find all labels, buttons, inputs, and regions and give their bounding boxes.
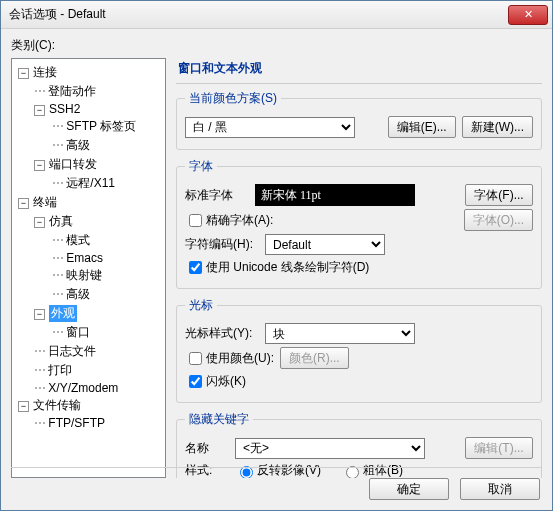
dialog-window: 会话选项 - Default ✕ 类别(C): −连接 ⋯ 登陆动作 −SSH2… bbox=[0, 0, 553, 511]
tree-node[interactable]: ⋯ 高级 bbox=[12, 285, 165, 304]
blink-checkbox[interactable] bbox=[189, 375, 202, 388]
tree-node[interactable]: ⋯ Emacs bbox=[12, 250, 165, 266]
blink-label: 闪烁(K) bbox=[206, 373, 246, 390]
group-legend: 隐藏关键字 bbox=[185, 411, 253, 428]
name-label: 名称 bbox=[185, 440, 235, 457]
cursor-style-select[interactable]: 块 bbox=[265, 323, 415, 344]
tree-node[interactable]: ⋯ FTP/SFTP bbox=[12, 415, 165, 431]
use-color-checkbox[interactable] bbox=[189, 352, 202, 365]
font-button[interactable]: 字体(F)... bbox=[465, 184, 533, 206]
cancel-button[interactable]: 取消 bbox=[460, 478, 540, 500]
tree-node[interactable]: ⋯ 高级 bbox=[12, 136, 165, 155]
use-color-label: 使用颜色(U): bbox=[206, 350, 274, 367]
name-select[interactable]: <无> bbox=[235, 438, 425, 459]
narrow-font-label: 精确字体(A): bbox=[206, 212, 273, 229]
tree-node[interactable]: ⋯ 日志文件 bbox=[12, 342, 165, 361]
category-label: 类别(C): bbox=[11, 37, 542, 54]
tree-node[interactable]: ⋯ 映射键 bbox=[12, 266, 165, 285]
standard-font-label: 标准字体 bbox=[185, 187, 255, 204]
tree-node[interactable]: ⋯ SFTP 标签页 bbox=[12, 117, 165, 136]
tree-node[interactable]: −SSH2 bbox=[12, 101, 165, 117]
cursor-style-label: 光标样式(Y): bbox=[185, 325, 265, 342]
font-group: 字体 标准字体 新宋体 11pt 字体(F)... 精确字体(A): 字体(O)… bbox=[176, 158, 542, 289]
cursor-color-button: 颜色(R)... bbox=[280, 347, 349, 369]
section-title: 窗口和文本外观 bbox=[176, 58, 542, 84]
separator bbox=[11, 467, 542, 468]
tree-node[interactable]: ⋯ 远程/X11 bbox=[12, 174, 165, 193]
group-legend: 字体 bbox=[185, 158, 217, 175]
tree-node[interactable]: −仿真 bbox=[12, 212, 165, 231]
tree-node[interactable]: ⋯ 窗口 bbox=[12, 323, 165, 342]
settings-panel: 窗口和文本外观 当前颜色方案(S) 白 / 黑 编辑(E)... 新建(W)..… bbox=[166, 58, 542, 478]
tree-node[interactable]: −连接 bbox=[12, 63, 165, 82]
reverse-radio-label[interactable]: 反转影像(V) bbox=[235, 462, 321, 478]
tree-node[interactable]: ⋯ 打印 bbox=[12, 361, 165, 380]
ok-button[interactable]: 确定 bbox=[369, 478, 449, 500]
color-scheme-group: 当前颜色方案(S) 白 / 黑 编辑(E)... 新建(W)... bbox=[176, 90, 542, 150]
group-legend: 光标 bbox=[185, 297, 217, 314]
edit-keywords-button: 编辑(T)... bbox=[465, 437, 533, 459]
dialog-footer: 确定 取消 bbox=[361, 478, 540, 500]
color-scheme-select[interactable]: 白 / 黑 bbox=[185, 117, 355, 138]
encoding-label: 字符编码(H): bbox=[185, 236, 265, 253]
close-button[interactable]: ✕ bbox=[508, 5, 548, 25]
bold-radio-label[interactable]: 粗体(B) bbox=[341, 462, 403, 478]
encoding-select[interactable]: Default bbox=[265, 234, 385, 255]
unicode-lines-checkbox[interactable] bbox=[189, 261, 202, 274]
unicode-lines-label: 使用 Unicode 线条绘制字符(D) bbox=[206, 259, 369, 276]
tree-node[interactable]: ⋯ 登陆动作 bbox=[12, 82, 165, 101]
window-title: 会话选项 - Default bbox=[9, 6, 508, 23]
tree-node[interactable]: ⋯ 模式 bbox=[12, 231, 165, 250]
tree-node[interactable]: −终端 bbox=[12, 193, 165, 212]
tree-node[interactable]: −文件传输 bbox=[12, 396, 165, 415]
group-legend: 当前颜色方案(S) bbox=[185, 90, 281, 107]
cursor-group: 光标 光标样式(Y): 块 使用颜色(U): 颜色(R)... 闪烁(K) bbox=[176, 297, 542, 403]
tree-node-selected[interactable]: −外观 bbox=[12, 304, 165, 323]
style-label: 样式: bbox=[185, 462, 235, 478]
narrow-font-checkbox[interactable] bbox=[189, 214, 202, 227]
edit-color-button[interactable]: 编辑(E)... bbox=[388, 116, 456, 138]
font-display: 新宋体 11pt bbox=[255, 184, 415, 206]
titlebar: 会话选项 - Default ✕ bbox=[1, 1, 552, 29]
tree-node[interactable]: ⋯ X/Y/Zmodem bbox=[12, 380, 165, 396]
category-tree[interactable]: −连接 ⋯ 登陆动作 −SSH2 ⋯ SFTP 标签页 ⋯ 高级 −端口转发 ⋯… bbox=[11, 58, 166, 478]
new-color-button[interactable]: 新建(W)... bbox=[462, 116, 533, 138]
tree-node[interactable]: −端口转发 bbox=[12, 155, 165, 174]
narrow-font-button: 字体(O)... bbox=[464, 209, 533, 231]
